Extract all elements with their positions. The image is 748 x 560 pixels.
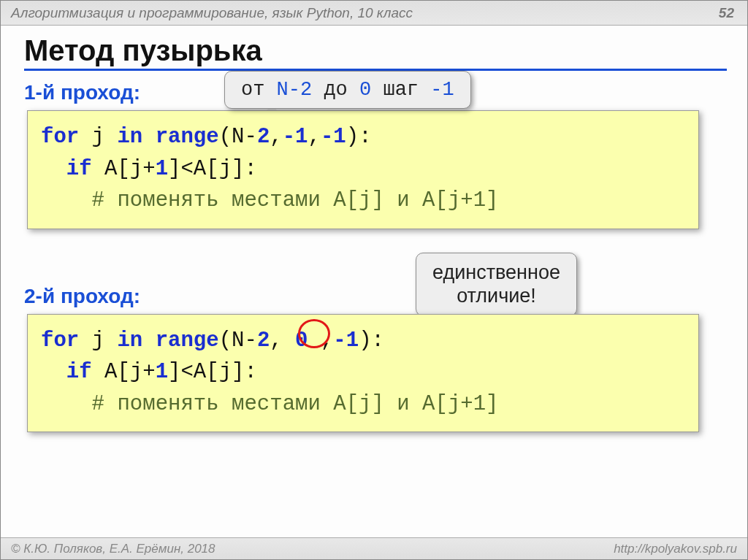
pass1-codebox: for j in range(N-2,-1,-1): if A[j+1]<A[j…: [27, 110, 699, 229]
content: Метод пузырька от N-2 до 0 шаг -1 1-й пр…: [1, 26, 747, 432]
topbar: Алгоритмизация и программирование, язык …: [1, 1, 747, 26]
footer-left: © К.Ю. Поляков, Е.А. Ерёмин, 2018: [11, 542, 215, 559]
context-text: Алгоритмизация и программирование, язык …: [11, 5, 413, 25]
callout-difference: единственное отличие!: [416, 253, 577, 316]
slide-title: Метод пузырька: [24, 34, 727, 67]
footer-right: http://kpolyakov.spb.ru: [614, 542, 737, 559]
pass2-codebox: for j in range(N-2, 0 ,-1): if A[j+1]<A[…: [27, 314, 699, 433]
footer: © К.Ю. Поляков, Е.А. Ерёмин, 2018 http:/…: [1, 537, 747, 559]
page-number: 52: [719, 5, 734, 25]
pass2-heading: 2-й проход:: [24, 285, 727, 308]
callout-range-explain: от N-2 до 0 шаг -1: [224, 71, 471, 109]
slide: Алгоритмизация и программирование, язык …: [0, 0, 748, 560]
